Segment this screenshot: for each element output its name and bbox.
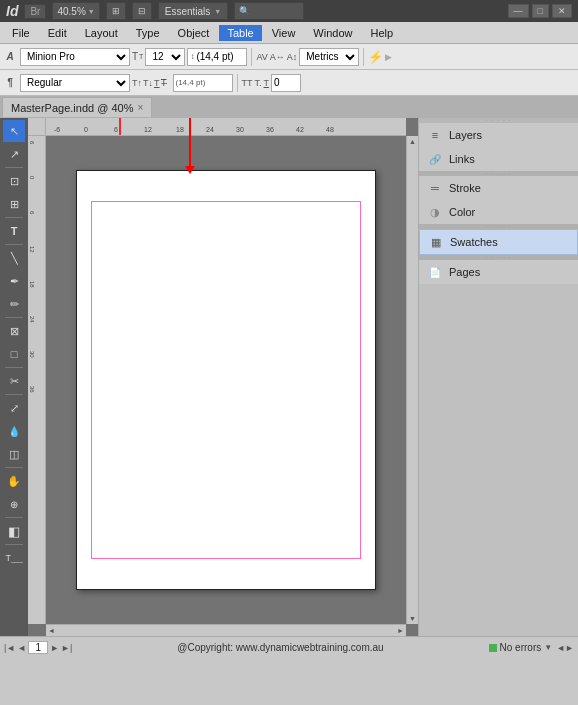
scroll-right-button[interactable]: ►	[395, 625, 406, 636]
arrange-button[interactable]: ⊟	[132, 2, 152, 20]
doc-tab-close[interactable]: ×	[137, 102, 143, 113]
maximize-button[interactable]: □	[532, 4, 549, 18]
page-document	[76, 170, 376, 590]
menu-layout[interactable]: Layout	[77, 25, 126, 41]
line-tool[interactable]: ╲	[3, 247, 25, 269]
stroke-icon: ═	[427, 180, 443, 196]
color-label: Color	[449, 206, 475, 218]
scroll-down-button[interactable]: ▼	[407, 613, 418, 624]
selection-tool[interactable]: ↖	[3, 120, 25, 142]
swatches-panel-item[interactable]: ▦ Swatches	[419, 229, 578, 255]
strikethrough-icon: T̶	[161, 78, 167, 88]
tool-sep-1	[5, 167, 23, 168]
separator3	[237, 74, 238, 92]
first-page-button[interactable]: |◄	[4, 643, 15, 653]
metrics-select[interactable]: Metrics	[299, 48, 359, 66]
panel-toggle-left[interactable]: ◄	[556, 643, 565, 653]
direct-selection-tool[interactable]: ↗	[3, 143, 25, 165]
scroll-bottom[interactable]: ◄ ►	[46, 624, 406, 636]
color-panel-item[interactable]: ◑ Color	[419, 200, 578, 224]
zoom-tool[interactable]: ⊕	[3, 493, 25, 515]
baseline-shift-value: 0	[274, 77, 280, 88]
links-panel-item[interactable]: 🔗 Links	[419, 147, 578, 171]
gradient-tool[interactable]: ◫	[3, 443, 25, 465]
search-box[interactable]: 🔍	[234, 2, 304, 20]
last-page-button[interactable]: ►|	[61, 643, 72, 653]
menu-view[interactable]: View	[264, 25, 304, 41]
pages-label: Pages	[449, 266, 480, 278]
rectangle-tool[interactable]: □	[3, 343, 25, 365]
scroll-left-button[interactable]: ◄	[46, 625, 57, 636]
scroll-up-button[interactable]: ▲	[407, 136, 418, 147]
para-style-icon: ¶	[2, 75, 18, 91]
page-margin-box	[91, 201, 361, 559]
leading-value: (14,4 pt)	[196, 51, 233, 62]
scale-fields: (14,4 pt)	[173, 74, 233, 92]
workspace-dropdown[interactable]: Essentials ▼	[158, 2, 229, 20]
layers-panel-item[interactable]: ≡ Layers	[419, 123, 578, 147]
free-transform-tool[interactable]: ⤢	[3, 397, 25, 419]
menu-file[interactable]: File	[4, 25, 38, 41]
menu-help[interactable]: Help	[362, 25, 401, 41]
text-frame-tool[interactable]: T___	[3, 547, 25, 569]
menu-window[interactable]: Window	[305, 25, 360, 41]
leading-field[interactable]: ↕ (14,4 pt)	[187, 48, 247, 66]
swatches-label: Swatches	[450, 236, 498, 248]
ruler-corner	[28, 118, 46, 136]
minimize-button[interactable]: —	[508, 4, 529, 18]
page-number: 1	[28, 641, 48, 654]
pages-panel-item[interactable]: 📄 Pages	[419, 260, 578, 284]
view-mode-button[interactable]: ⊞	[106, 2, 126, 20]
view-mode-icon: ⊞	[112, 6, 120, 16]
type-tool[interactable]: T	[3, 220, 25, 242]
status-dot	[489, 644, 497, 652]
tracking-controls: AV A↔ A↕	[256, 52, 297, 62]
scroll-right[interactable]: ▲ ▼	[406, 136, 418, 624]
baseline-shift-field[interactable]: 0	[271, 74, 301, 92]
bridge-button[interactable]: Br	[24, 4, 46, 19]
zoom-control[interactable]: 40.5% ▼	[52, 2, 99, 20]
font-style-controls: T↑ T↓ T T̶	[132, 78, 167, 88]
pencil-tool[interactable]: ✏	[3, 293, 25, 315]
red-arrow-line	[189, 118, 191, 166]
canvas-area: -6 0 6 12 18 24 30 36 42 48 6 0 6 12 18	[28, 118, 418, 636]
errors-dropdown-arrow[interactable]: ▼	[544, 643, 552, 652]
pages-icon: 📄	[427, 264, 443, 280]
menu-edit[interactable]: Edit	[40, 25, 75, 41]
next-page-button[interactable]: ►	[50, 643, 59, 653]
menu-object[interactable]: Object	[170, 25, 218, 41]
rectangle-frame-tool[interactable]: ⊠	[3, 320, 25, 342]
font-size-select[interactable]: 12 pt	[145, 48, 185, 66]
font-style-select[interactable]: Regular	[20, 74, 130, 92]
links-label: Links	[449, 153, 475, 165]
menu-table[interactable]: Table	[219, 25, 261, 41]
tool-sep-4	[5, 317, 23, 318]
fill-stroke-tool[interactable]: ◧	[3, 520, 25, 542]
tool-sep-8	[5, 517, 23, 518]
h-scale-field[interactable]: (14,4 pt)	[173, 74, 233, 92]
search-icon: 🔍	[239, 6, 250, 16]
doc-tab[interactable]: MasterPage.indd @ 40% ×	[2, 97, 152, 117]
prev-page-button[interactable]: ◄	[17, 643, 26, 653]
zoom-dropdown-icon: ▼	[88, 8, 95, 15]
close-button[interactable]: ✕	[552, 4, 572, 18]
pen-tool[interactable]: ✒	[3, 270, 25, 292]
font-toolbar: A Minion Pro T T 12 pt ↕ (14,4 pt) AV A↔…	[0, 44, 578, 70]
status-bar: |◄ ◄ 1 ► ►| @Copyright: www.dynamicwebtr…	[0, 636, 578, 658]
hand-tool[interactable]: ✋	[3, 470, 25, 492]
tool-sep-6	[5, 394, 23, 395]
stroke-panel-item[interactable]: ═ Stroke	[419, 176, 578, 200]
gap-tool[interactable]: ⊞	[3, 193, 25, 215]
font-name-select[interactable]: Minion Pro	[20, 48, 130, 66]
special-buttons: ⚡ ▶	[368, 50, 392, 64]
doc-tab-name: MasterPage.indd @ 40%	[11, 102, 133, 114]
page-tool[interactable]: ⊡	[3, 170, 25, 192]
menu-type[interactable]: Type	[128, 25, 168, 41]
tracking-icon2: A↔	[270, 52, 285, 62]
stroke-label: Stroke	[449, 182, 481, 194]
panel-toggle-right[interactable]: ►	[565, 643, 574, 653]
eyedropper-tool[interactable]: 💧	[3, 420, 25, 442]
scissors-tool[interactable]: ✂	[3, 370, 25, 392]
tool-sep-3	[5, 244, 23, 245]
workspace-label: Essentials	[165, 6, 211, 17]
